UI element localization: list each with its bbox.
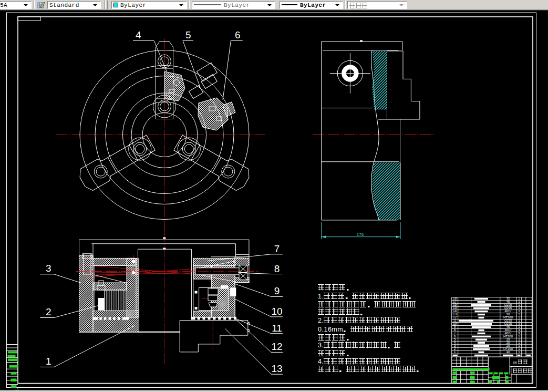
svg-text:9: 9: [274, 285, 280, 296]
svg-text:2: 2: [46, 306, 51, 317]
svg-text:13: 13: [271, 363, 282, 374]
svg-text:xx: xx: [513, 360, 517, 365]
svg-text:1: 1: [46, 356, 51, 367]
svg-text:176: 176: [357, 232, 364, 237]
svg-text:5: 5: [185, 29, 191, 40]
svg-text:8: 8: [274, 263, 280, 274]
svg-text:40: 40: [506, 350, 510, 354]
svg-text:7: 7: [274, 243, 280, 254]
svg-text:3: 3: [46, 263, 51, 274]
svg-text:6: 6: [235, 29, 241, 40]
svg-text:4: 4: [136, 29, 141, 40]
svg-text:10: 10: [271, 306, 282, 317]
svg-text:1: 1: [454, 350, 456, 354]
svg-text:11: 11: [272, 323, 282, 334]
svg-text:12: 12: [271, 341, 282, 352]
svg-text:1: 1: [518, 350, 520, 354]
